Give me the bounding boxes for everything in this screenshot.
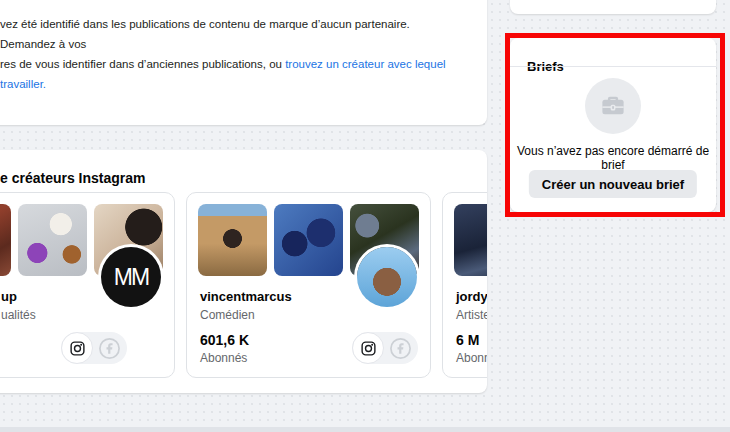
divider <box>510 66 716 67</box>
facebook-icon[interactable] <box>98 337 121 360</box>
creator-thumbnails <box>454 204 487 276</box>
briefs-empty-message: Vous n’avez pas encore démarré de brief <box>510 144 716 172</box>
avatar: MM <box>101 247 161 307</box>
post-thumbnail <box>0 204 11 276</box>
notice-line2: res de vous identifier dans d’anciennes … <box>0 58 285 70</box>
briefcase-icon <box>585 78 641 134</box>
creators-section: e créateurs Instagram MM up ualités <box>0 150 487 393</box>
partner-notice-text: vez été identifié dans les publications … <box>0 14 467 94</box>
creator-card[interactable]: jordyn Artiste 6 M Abonnés <box>442 192 487 378</box>
followers-count: 601,6 K <box>200 332 249 348</box>
instagram-icon[interactable] <box>352 332 384 364</box>
post-thumbnail <box>454 204 487 276</box>
creator-category: Comédien <box>200 308 255 322</box>
post-thumbnail <box>18 204 87 276</box>
creator-card[interactable]: MM up ualités <box>0 192 175 378</box>
page: vez été identifié dans les publications … <box>0 0 730 432</box>
followers-label: Abonnés <box>456 351 487 365</box>
post-thumbnail <box>274 204 343 276</box>
social-platform-toggle <box>352 332 418 364</box>
right-column-panel <box>510 0 716 14</box>
partner-notice-section: vez été identifié dans les publications … <box>0 0 487 125</box>
bottom-edge-strip <box>0 427 730 432</box>
creator-category: ualités <box>1 308 36 322</box>
notice-line1: vez été identifié dans les publications … <box>0 18 410 50</box>
briefs-panel: Briefs Vous n’avez pas encore démarré de… <box>510 38 716 212</box>
instagram-icon[interactable] <box>61 332 93 364</box>
creator-category: Artiste <box>456 308 487 322</box>
creator-name: vincentmarcus <box>200 289 292 304</box>
avatar <box>357 247 417 307</box>
creator-name: up <box>1 289 17 304</box>
followers-label: Abonnés <box>200 351 247 365</box>
social-platform-toggle <box>61 332 127 364</box>
create-brief-button[interactable]: Créer un nouveau brief <box>529 170 697 198</box>
post-thumbnail <box>198 204 267 276</box>
facebook-icon[interactable] <box>389 337 412 360</box>
creator-card[interactable]: vincentmarcus Comédien 601,6 K Abonnés <box>186 192 431 378</box>
creators-heading: e créateurs Instagram <box>0 170 146 186</box>
creator-name: jordyn <box>456 289 487 304</box>
followers-count: 6 M <box>456 332 479 348</box>
